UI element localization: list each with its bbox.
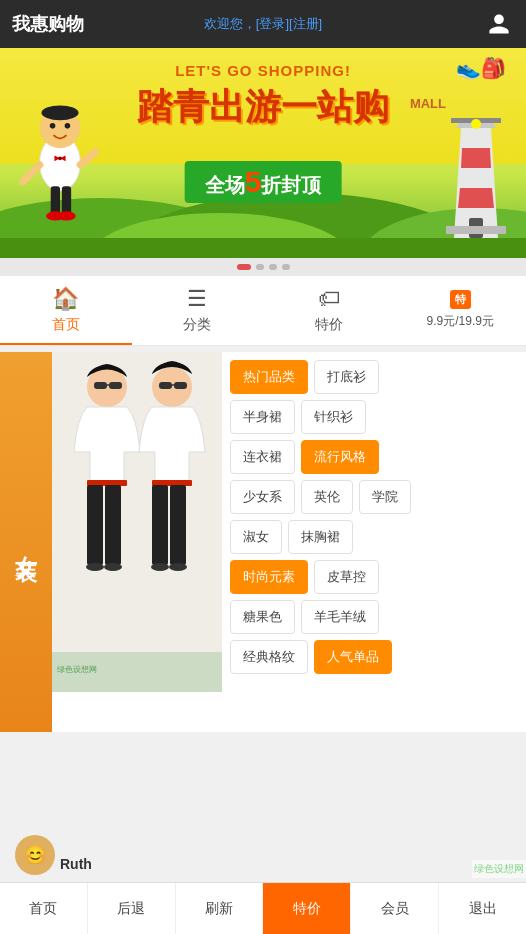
svg-point-12 — [58, 157, 62, 161]
tab-home[interactable]: 🏠 首页 — [0, 276, 132, 345]
svg-marker-21 — [458, 188, 494, 208]
svg-rect-27 — [52, 352, 222, 692]
bottom-nav: 首页 后退 刷新 特价 会员 退出 — [0, 882, 526, 934]
header-center: 欢迎您，[登录][注册] — [204, 15, 322, 33]
dot-1 — [237, 264, 251, 270]
category-label: 女装 — [0, 352, 52, 732]
bottom-nav-refresh[interactable]: 刷新 — [176, 883, 264, 934]
tag-4-1[interactable]: 抹胸裙 — [288, 520, 353, 554]
dot-2 — [256, 264, 264, 270]
tags-row-0: 热门品类打底衫 — [230, 360, 518, 394]
tab-category[interactable]: ☰ 分类 — [132, 276, 264, 345]
svg-point-8 — [50, 123, 56, 129]
tag-5-0[interactable]: 时尚元素 — [230, 560, 308, 594]
tab-home-label: 首页 — [52, 316, 80, 334]
svg-point-24 — [471, 119, 481, 129]
tag-6-1[interactable]: 羊毛羊绒 — [301, 600, 379, 634]
tab-category-label: 分类 — [183, 316, 211, 334]
subtitle-suffix: 折封顶 — [261, 174, 321, 196]
svg-rect-33 — [87, 485, 103, 565]
tags-row-3: 少女系英伦学院 — [230, 480, 518, 514]
ruth-name: Ruth — [60, 856, 92, 872]
svg-point-36 — [104, 563, 122, 571]
tag-0-1[interactable]: 打底衫 — [314, 360, 379, 394]
svg-rect-38 — [159, 382, 172, 389]
svg-line-17 — [23, 165, 40, 182]
banner-top-text: LET'S GO SHOPPING! — [175, 62, 351, 79]
tag-1-1[interactable]: 针织衫 — [301, 400, 366, 434]
category-section: 女装 — [0, 352, 526, 732]
watermark: 绿色设想网 — [472, 860, 526, 878]
avatar: 😊 — [15, 835, 55, 875]
logo: 我惠购物 — [12, 12, 84, 36]
welcome-text: 欢迎您， — [204, 16, 256, 31]
svg-rect-42 — [152, 485, 168, 565]
tag-4-0[interactable]: 淑女 — [230, 520, 282, 554]
tag-1-0[interactable]: 半身裙 — [230, 400, 295, 434]
header: 我惠购物 欢迎您，[登录][注册] — [0, 0, 526, 48]
svg-rect-30 — [109, 382, 122, 389]
bottom-nav-home[interactable]: 首页 — [0, 883, 88, 934]
banner-deco: 👟🎒 — [456, 56, 506, 80]
bottom-nav-special[interactable]: 特价 — [263, 883, 351, 934]
svg-line-18 — [80, 152, 95, 165]
tab-sale[interactable]: 特 9.9元/19.9元 — [395, 276, 527, 345]
dot-4 — [282, 264, 290, 270]
tag-2-0[interactable]: 连衣裙 — [230, 440, 295, 474]
banner-character — [10, 98, 110, 228]
bottom-nav-logout[interactable]: 退出 — [439, 883, 526, 934]
svg-rect-29 — [94, 382, 107, 389]
svg-rect-43 — [170, 485, 186, 565]
tab-special[interactable]: 🏷 特价 — [263, 276, 395, 345]
svg-rect-26 — [446, 226, 506, 234]
bottom-nav-member[interactable]: 会员 — [351, 883, 439, 934]
subtitle-num: 5 — [245, 165, 262, 198]
tags-row-7: 经典格纹人气单品 — [230, 640, 518, 674]
dot-3 — [269, 264, 277, 270]
tag-7-1[interactable]: 人气单品 — [314, 640, 392, 674]
banner-main-text: 踏青出游一站购 — [137, 83, 389, 132]
svg-marker-20 — [461, 148, 491, 168]
tab-sale-label: 9.9元/19.9元 — [427, 313, 494, 330]
tag-5-1[interactable]: 皮草控 — [314, 560, 379, 594]
fashion-svg: 绿色设想网 — [52, 352, 222, 692]
category-image: 绿色设想网 — [52, 352, 222, 692]
sale-badge: 特 — [450, 290, 471, 309]
register-link[interactable]: [注册] — [289, 16, 322, 31]
banner: 👟🎒 MALL LET'S GO SHOPPING! 踏青出游一站购 全场5折封… — [0, 48, 526, 258]
svg-rect-39 — [174, 382, 187, 389]
tag-2-1[interactable]: 流行风格 — [301, 440, 379, 474]
tab-special-label: 特价 — [315, 316, 343, 334]
tags-row-4: 淑女抹胸裙 — [230, 520, 518, 554]
svg-point-45 — [169, 563, 187, 571]
svg-rect-13 — [51, 186, 60, 214]
svg-point-7 — [41, 105, 78, 120]
svg-text:绿色设想网: 绿色设想网 — [57, 665, 97, 674]
svg-rect-14 — [62, 186, 71, 214]
bottom-nav-back[interactable]: 后退 — [88, 883, 176, 934]
tags-grid: 热门品类打底衫半身裙针织衫连衣裙流行风格少女系英伦学院淑女抹胸裙时尚元素皮草控糖… — [222, 352, 526, 732]
svg-rect-4 — [0, 238, 526, 258]
user-icon[interactable] — [484, 9, 514, 39]
tags-row-6: 糖果色羊毛羊绒 — [230, 600, 518, 634]
tag-3-2[interactable]: 学院 — [359, 480, 411, 514]
tag-3-1[interactable]: 英伦 — [301, 480, 353, 514]
tag-3-0[interactable]: 少女系 — [230, 480, 295, 514]
tag-7-0[interactable]: 经典格纹 — [230, 640, 308, 674]
banner-mall: MALL — [410, 96, 446, 111]
subtitle-prefix: 全场 — [205, 174, 245, 196]
banner-lighthouse — [436, 118, 516, 238]
svg-point-9 — [65, 123, 71, 129]
svg-point-44 — [151, 563, 169, 571]
login-link[interactable]: [登录] — [256, 16, 289, 31]
svg-point-35 — [86, 563, 104, 571]
tag-6-0[interactable]: 糖果色 — [230, 600, 295, 634]
banner-subtitle: 全场5折封顶 — [185, 161, 342, 203]
category-icon: ☰ — [187, 286, 207, 312]
svg-point-16 — [57, 211, 76, 220]
ruth-area: 😊 Ruth — [0, 830, 120, 880]
nav-tabs: 🏠 首页 ☰ 分类 🏷 特价 特 9.9元/19.9元 — [0, 276, 526, 346]
banner-dots — [0, 258, 526, 276]
special-icon: 🏷 — [318, 286, 340, 312]
tag-0-0[interactable]: 热门品类 — [230, 360, 308, 394]
